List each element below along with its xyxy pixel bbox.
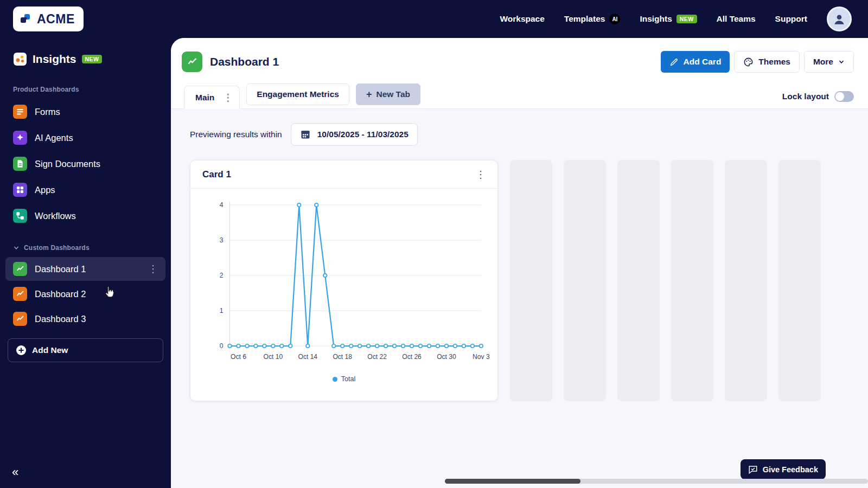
nav-workspace-label: Workspace [500, 14, 544, 24]
apps-icon [13, 183, 27, 197]
nav-support[interactable]: Support [775, 14, 807, 24]
sidebar-item-sign-documents[interactable]: Sign Documents [0, 151, 171, 177]
sidebar-new-badge: NEW [82, 55, 103, 64]
sidebar-item-forms-label: Forms [35, 107, 60, 117]
lock-layout-control: Lock layout [782, 91, 854, 102]
nav-all-teams[interactable]: All Teams [717, 14, 756, 24]
card-1-menu-button[interactable]: ⋮ [476, 170, 486, 179]
line-chart: 01234Oct 6Oct 10Oct 14Oct 18Oct 22Oct 26… [195, 196, 490, 372]
sidebar-item-forms[interactable]: Forms [0, 99, 171, 125]
sidebar-app-header: Insights NEW [13, 52, 158, 66]
sidebar-item-ai-agents[interactable]: AI Agents [0, 125, 171, 151]
add-card-button[interactable]: Add Card [661, 51, 730, 73]
svg-text:Nov 3: Nov 3 [473, 353, 490, 361]
dashboard-title-icon [182, 52, 202, 72]
forms-icon [13, 105, 27, 119]
new-badge: NEW [676, 15, 697, 24]
chart-legend: Total [190, 375, 497, 383]
dashboard-tabs: Main ⋮ Engagement Metrics + New Tab Lock… [171, 84, 868, 109]
nav-templates-label: Templates [564, 14, 605, 24]
toggle-knob [835, 92, 844, 101]
plus-circle-icon [16, 345, 27, 356]
sidebar-item-dashboard-3[interactable]: Dashboard 3 [5, 307, 165, 331]
grid-column [617, 160, 660, 401]
sidebar-item-sign-documents-label: Sign Documents [35, 159, 100, 169]
preview-label: Previewing results within [190, 130, 282, 139]
ai-badge: AI [609, 14, 620, 24]
palette-icon [743, 57, 754, 67]
svg-text:Oct 26: Oct 26 [402, 353, 422, 361]
date-range-value: 10/05/2025 - 11/03/2025 [317, 130, 409, 139]
section-custom-label: Custom Dashboards [24, 244, 90, 252]
tab-menu-button[interactable]: ⋮ [223, 93, 233, 102]
horizontal-scrollbar-thumb[interactable] [445, 479, 580, 484]
give-feedback-label: Give Feedback [763, 465, 818, 474]
sidebar-item-apps-label: Apps [35, 185, 55, 195]
ai-agents-icon [13, 131, 27, 145]
tab-engagement-metrics-label: Engagement Metrics [257, 89, 339, 99]
tab-main[interactable]: Main ⋮ [184, 86, 240, 109]
workflows-icon [13, 209, 27, 223]
svg-text:Oct 14: Oct 14 [298, 353, 317, 361]
more-label: More [813, 57, 833, 67]
acme-logo-icon [20, 12, 33, 25]
acme-logo[interactable]: ACME [13, 7, 84, 31]
calendar-icon [300, 129, 311, 140]
card-1-title: Card 1 [202, 169, 231, 180]
more-button[interactable]: More [804, 51, 854, 73]
new-tab-button[interactable]: + New Tab [356, 84, 420, 105]
svg-text:Oct 22: Oct 22 [367, 353, 387, 361]
svg-text:1: 1 [220, 307, 224, 314]
feedback-icon [748, 465, 758, 474]
sidebar-item-dashboard-1[interactable]: Dashboard 1 ⋮ [5, 257, 165, 281]
lock-layout-toggle[interactable] [834, 91, 854, 102]
chart-canvas: 01234Oct 6Oct 10Oct 14Oct 18Oct 22Oct 26… [190, 189, 497, 374]
add-card-label: Add Card [684, 57, 722, 67]
svg-text:2: 2 [220, 272, 224, 279]
nav-workspace[interactable]: Workspace [500, 14, 544, 24]
page-title: Dashboard 1 [210, 55, 279, 68]
tab-main-label: Main [195, 93, 214, 102]
sidebar-item-workflows-label: Workflows [35, 211, 76, 221]
brand-name: ACME [37, 12, 75, 27]
sidebar-app-title: Insights [33, 53, 76, 66]
horizontal-scrollbar[interactable] [445, 479, 868, 484]
svg-text:Oct 6: Oct 6 [231, 353, 246, 361]
svg-text:0: 0 [220, 342, 224, 350]
sidebar-item-apps[interactable]: Apps [0, 177, 171, 203]
dashboard-1-icon [13, 262, 27, 276]
dashboard-body: Previewing results within 10/05/2025 - 1… [171, 109, 868, 488]
date-range-picker[interactable]: 10/05/2025 - 11/03/2025 [291, 123, 418, 146]
section-product-dashboards: Product Dashboards [13, 86, 158, 93]
themes-button[interactable]: Themes [734, 51, 800, 73]
grid-column [725, 160, 767, 401]
sidebar-item-dashboard-3-label: Dashboard 3 [35, 314, 86, 324]
sign-documents-icon [13, 157, 27, 171]
pen-icon [669, 57, 679, 67]
grid-column [564, 160, 606, 401]
sidebar-item-dashboard-2-label: Dashboard 2 [35, 289, 86, 299]
grid-placeholder-columns [510, 160, 821, 401]
svg-text:Oct 18: Oct 18 [333, 353, 352, 361]
preview-row: Previewing results within 10/05/2025 - 1… [171, 109, 868, 146]
give-feedback-button[interactable]: Give Feedback [741, 459, 826, 479]
grid-column [510, 160, 552, 401]
sidebar-item-dashboard-2[interactable]: Dashboard 2 [5, 282, 165, 306]
new-tab-label: New Tab [376, 89, 410, 99]
person-icon [832, 12, 846, 26]
grid-column [671, 160, 713, 401]
card-1-header: Card 1 ⋮ [190, 160, 497, 189]
dashboard-1-menu-button[interactable]: ⋮ [148, 264, 158, 274]
section-custom-dashboards[interactable]: Custom Dashboards [13, 244, 158, 252]
add-new-label: Add New [32, 345, 68, 355]
user-avatar[interactable] [827, 7, 852, 31]
nav-insights[interactable]: Insights NEW [640, 14, 697, 24]
nav-templates[interactable]: Templates AI [564, 14, 621, 24]
add-new-dashboard-button[interactable]: Add New [8, 338, 163, 362]
sidebar-item-workflows[interactable]: Workflows [0, 203, 171, 229]
page-header: Dashboard 1 Add Card Themes Mor [171, 38, 868, 77]
sidebar-collapse-button[interactable]: « [12, 466, 18, 478]
tab-engagement-metrics[interactable]: Engagement Metrics [246, 84, 349, 105]
svg-text:4: 4 [220, 201, 224, 209]
sidebar: Insights NEW Product Dashboards Forms AI… [0, 38, 171, 488]
